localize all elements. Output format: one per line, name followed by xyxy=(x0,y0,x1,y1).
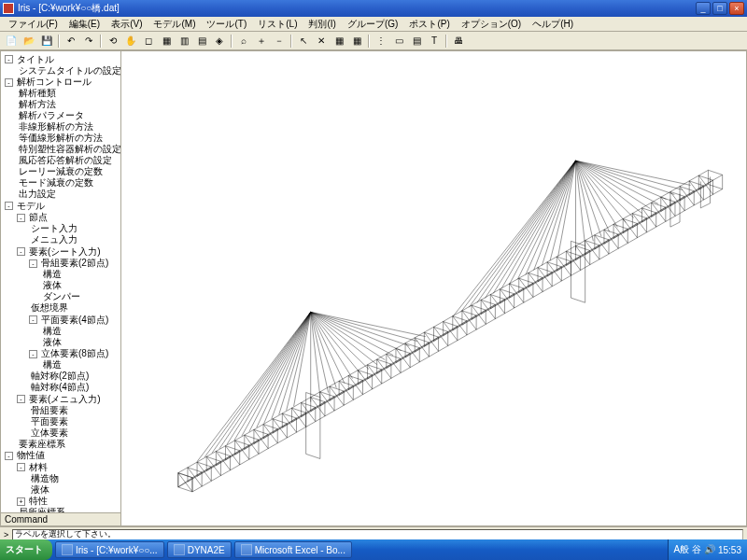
model-tree[interactable]: -タイトルシステムタイトルの設定-解析コントロール解析種類解析方法解析パラメータ… xyxy=(1,51,120,512)
tree-item[interactable]: モデル xyxy=(15,201,47,212)
tree-item[interactable]: システムタイトルの設定 xyxy=(17,65,120,77)
tree-toggle[interactable]: - xyxy=(17,395,25,403)
maximize-button[interactable]: □ xyxy=(712,2,727,15)
zoom-out-button[interactable]: － xyxy=(271,34,288,49)
tree-item[interactable]: 要素(メニュ入力) xyxy=(27,394,103,405)
tree-item[interactable]: 骨組要素(2節点) xyxy=(39,258,110,269)
menu-item[interactable]: 表示(V) xyxy=(106,17,147,32)
undo-button[interactable]: ↶ xyxy=(63,34,79,49)
zoom-in-button[interactable]: ＋ xyxy=(253,34,270,49)
tree-item[interactable]: 特別塑性容器解析の設定 xyxy=(17,144,120,155)
select-button[interactable]: ↖ xyxy=(295,34,312,49)
tree-item[interactable]: 立体要素(8節点) xyxy=(39,348,110,359)
command-tab[interactable]: Command xyxy=(1,512,120,525)
tree-toggle[interactable]: - xyxy=(17,214,25,222)
redo-button[interactable]: ↷ xyxy=(80,34,97,49)
tree-item[interactable]: 解析種類 xyxy=(17,88,58,99)
start-button[interactable]: スタート xyxy=(0,539,52,560)
clock[interactable]: 15:53 xyxy=(718,545,741,555)
menu-item[interactable]: ヘルプ(H) xyxy=(528,17,578,32)
menu-item[interactable]: リスト(L) xyxy=(253,17,302,32)
fit-button[interactable]: ◻ xyxy=(140,34,157,49)
text-button[interactable]: T xyxy=(426,34,443,49)
open-button[interactable]: 📂 xyxy=(21,34,37,49)
tree-item[interactable]: 解析パラメータ xyxy=(17,110,86,121)
menu-item[interactable]: ポスト(P) xyxy=(404,17,454,32)
show-nodes-button[interactable]: ⋮ xyxy=(373,34,389,49)
tree-toggle[interactable]: - xyxy=(29,315,37,324)
tree-item[interactable]: 液体 xyxy=(29,484,51,496)
tree-item[interactable]: 構造 xyxy=(41,326,63,337)
tree-item[interactable]: モード減衰の定数 xyxy=(17,177,95,189)
tree-item[interactable]: タイトル xyxy=(15,54,56,65)
save-button[interactable]: 💾 xyxy=(38,34,55,49)
taskbar-task[interactable]: Microsoft Excel - Bo... xyxy=(234,541,352,558)
tree-item[interactable]: 仮想境界 xyxy=(29,302,70,314)
tree-item[interactable]: 物性値 xyxy=(15,450,47,461)
tree-item[interactable]: メニュ入力 xyxy=(29,234,79,245)
tree-toggle[interactable]: - xyxy=(29,350,37,358)
tree-item[interactable]: ダンパー xyxy=(41,291,82,302)
tree-item[interactable]: 等価線形解析の方法 xyxy=(17,133,105,144)
tree-toggle[interactable]: - xyxy=(5,55,13,63)
close-button[interactable]: × xyxy=(729,2,744,15)
view-iso-button[interactable]: ◈ xyxy=(211,34,228,49)
menu-item[interactable]: オプション(O) xyxy=(457,17,526,32)
tree-item[interactable]: 非線形解析の方法 xyxy=(17,121,95,133)
tree-item[interactable]: 解析方法 xyxy=(17,99,58,110)
tree-item[interactable]: 平面要素(4節点) xyxy=(39,315,110,326)
tree-item[interactable]: レーリー減衰の定数 xyxy=(17,166,105,177)
tree-item[interactable]: 構造 xyxy=(41,269,63,280)
view-xz-button[interactable]: ▥ xyxy=(176,34,192,49)
tree-toggle[interactable]: - xyxy=(5,78,13,87)
tree-item[interactable]: 軸対称(4節点) xyxy=(29,382,91,393)
tree-toggle[interactable]: - xyxy=(17,463,25,471)
grid-button[interactable]: ▦ xyxy=(331,34,347,49)
menu-item[interactable]: モデル(M) xyxy=(148,17,200,32)
tree-toggle[interactable]: - xyxy=(5,452,13,460)
tree-item[interactable]: 出力設定 xyxy=(17,189,58,200)
minimize-button[interactable]: _ xyxy=(696,2,711,15)
menu-item[interactable]: ツール(T) xyxy=(202,17,251,32)
tree-item[interactable]: 特性 xyxy=(27,496,49,507)
tree-toggle[interactable]: - xyxy=(29,259,37,268)
menu-item[interactable]: 判別(I) xyxy=(303,17,340,32)
deselect-button[interactable]: ✕ xyxy=(313,34,330,49)
tray-icon[interactable]: 🔊 xyxy=(704,544,715,555)
tree-item[interactable]: 液体 xyxy=(41,337,63,348)
system-tray[interactable]: A般 谷 🔊 15:53 xyxy=(668,539,747,560)
show-labels-button[interactable]: ▤ xyxy=(408,34,425,49)
view-yz-button[interactable]: ▤ xyxy=(193,34,210,49)
tree-item[interactable]: 立体要素 xyxy=(29,427,70,439)
pan-button[interactable]: ✋ xyxy=(122,34,139,49)
taskbar-task[interactable]: DYNA2E xyxy=(167,541,232,558)
tree-item[interactable]: 解析コントロール xyxy=(15,77,93,88)
tree-item[interactable]: 構造物 xyxy=(29,473,61,484)
taskbar-task[interactable]: Iris - [C:¥work¥○○... xyxy=(55,541,164,558)
grid2-button[interactable]: ▦ xyxy=(348,34,365,49)
tree-item[interactable]: 液体 xyxy=(41,280,63,291)
tree-item[interactable]: 平面要素 xyxy=(29,416,70,427)
show-elements-button[interactable]: ▭ xyxy=(390,34,407,49)
menu-item[interactable]: 編集(E) xyxy=(64,17,105,32)
tree-item[interactable]: 風応答応答解析の設定 xyxy=(17,155,114,166)
ime-indicator[interactable]: A般 谷 xyxy=(674,543,701,556)
tree-toggle[interactable]: - xyxy=(5,202,13,210)
rotate-view-button[interactable]: ⟲ xyxy=(105,34,121,49)
command-input[interactable] xyxy=(12,529,743,540)
tree-item[interactable]: 軸対称(2節点) xyxy=(29,371,91,382)
new-button[interactable]: 📄 xyxy=(3,34,20,49)
tree-item[interactable]: 要素(シート入力) xyxy=(27,246,103,258)
view-xy-button[interactable]: ▦ xyxy=(158,34,175,49)
tree-toggle[interactable]: + xyxy=(17,497,25,506)
tree-item[interactable]: 要素座標系 xyxy=(17,439,67,450)
tree-item[interactable]: シート入力 xyxy=(29,223,79,234)
viewport-3d[interactable] xyxy=(121,50,747,526)
zoom-window-button[interactable]: ⌕ xyxy=(235,34,252,49)
menu-item[interactable]: グループ(G) xyxy=(343,17,402,32)
tree-item[interactable]: 材料 xyxy=(27,462,49,473)
menu-item[interactable]: ファイル(F) xyxy=(4,17,63,32)
tree-item[interactable]: 節点 xyxy=(27,212,49,223)
tree-item[interactable]: 骨組要素 xyxy=(29,405,70,416)
tree-toggle[interactable]: - xyxy=(17,247,25,256)
